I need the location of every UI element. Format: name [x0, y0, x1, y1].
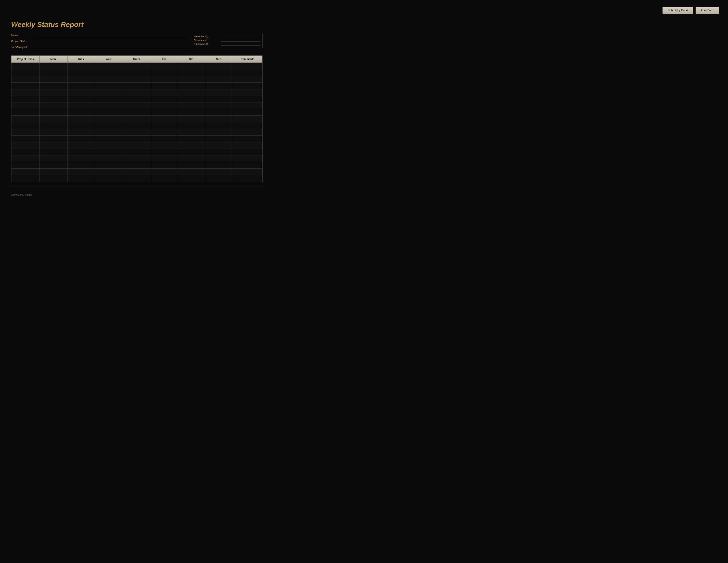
cell-input-r0-c1[interactable] — [41, 65, 66, 67]
cell-input-r7-c4[interactable] — [124, 111, 150, 114]
cell-input-r2-c5[interactable] — [152, 78, 177, 81]
cell-input-r15-c6[interactable] — [179, 164, 204, 167]
cell-input-r12-c1[interactable] — [41, 144, 66, 147]
cell-input-r15-c2[interactable] — [68, 164, 94, 167]
cell-input-r7-c3[interactable] — [96, 111, 122, 114]
cell-input-r3-c7[interactable] — [206, 85, 232, 87]
cell-input-r8-c4[interactable] — [124, 118, 150, 120]
cell-input-r13-c7[interactable] — [206, 151, 232, 153]
cell-input-r9-c3[interactable] — [96, 124, 122, 127]
cell-input-r2-c2[interactable] — [68, 78, 94, 81]
cell-input-r7-c7[interactable] — [206, 111, 232, 114]
cell-input-r13-c1[interactable] — [41, 151, 66, 153]
cell-input-r13-c2[interactable] — [68, 151, 94, 153]
cell-input-r14-c3[interactable] — [96, 157, 122, 160]
cell-input-r11-c1[interactable] — [41, 137, 66, 140]
cell-input-r1-c7[interactable] — [206, 71, 232, 74]
cell-input-r17-c4[interactable] — [124, 177, 150, 180]
cell-input-r4-c6[interactable] — [179, 91, 204, 94]
cell-input-r5-c4[interactable] — [124, 98, 150, 100]
cell-input-r15-c3[interactable] — [96, 164, 122, 167]
cell-input-r11-c7[interactable] — [206, 137, 232, 140]
cell-input-r8-c6[interactable] — [179, 118, 204, 120]
cell-input-r5-c0[interactable] — [12, 98, 39, 100]
cell-input-r9-c4[interactable] — [124, 124, 150, 127]
cell-input-r16-c2[interactable] — [68, 171, 94, 173]
cell-input-r16-c6[interactable] — [179, 171, 204, 173]
cell-input-r1-c8[interactable] — [234, 71, 261, 74]
cell-input-r5-c3[interactable] — [96, 98, 122, 100]
cell-input-r1-c1[interactable] — [41, 71, 66, 74]
cell-input-r16-c1[interactable] — [41, 171, 66, 173]
cell-input-r0-c2[interactable] — [68, 65, 94, 67]
cell-input-r10-c1[interactable] — [41, 131, 66, 133]
cell-input-r12-c0[interactable] — [12, 144, 39, 147]
cell-input-r11-c8[interactable] — [234, 137, 261, 140]
cell-input-r16-c4[interactable] — [124, 171, 150, 173]
cell-input-r15-c5[interactable] — [152, 164, 177, 167]
cell-input-r15-c1[interactable] — [41, 164, 66, 167]
cell-input-r11-c0[interactable] — [12, 137, 39, 140]
cell-input-r7-c8[interactable] — [234, 111, 261, 114]
cell-input-r6-c1[interactable] — [41, 104, 66, 107]
cell-input-r11-c5[interactable] — [152, 137, 177, 140]
cell-input-r8-c5[interactable] — [152, 118, 177, 120]
cell-input-r5-c8[interactable] — [234, 98, 261, 100]
cell-input-r13-c0[interactable] — [12, 151, 39, 153]
cell-input-r10-c8[interactable] — [234, 131, 261, 133]
cell-input-r9-c1[interactable] — [41, 124, 66, 127]
project-status-input[interactable] — [33, 39, 188, 43]
cell-input-r9-c7[interactable] — [206, 124, 232, 127]
cell-input-r2-c1[interactable] — [41, 78, 66, 81]
cell-input-r11-c4[interactable] — [124, 137, 150, 140]
cell-input-r3-c4[interactable] — [124, 85, 150, 87]
cell-input-r17-c2[interactable] — [68, 177, 94, 180]
cell-input-r15-c7[interactable] — [206, 164, 232, 167]
name-input[interactable] — [33, 33, 188, 37]
cell-input-r10-c0[interactable] — [12, 131, 39, 133]
cell-input-r16-c0[interactable] — [12, 171, 39, 173]
cell-input-r15-c8[interactable] — [234, 164, 261, 167]
cell-input-r11-c6[interactable] — [179, 137, 204, 140]
cell-input-r6-c2[interactable] — [68, 104, 94, 107]
cell-input-r4-c2[interactable] — [68, 91, 94, 94]
cell-input-r14-c5[interactable] — [152, 157, 177, 160]
cell-input-r6-c6[interactable] — [179, 104, 204, 107]
print-form-button[interactable]: Print Form — [696, 7, 719, 14]
cell-input-r4-c1[interactable] — [41, 91, 66, 94]
cell-input-r7-c1[interactable] — [41, 111, 66, 114]
cell-input-r16-c8[interactable] — [234, 171, 261, 173]
cell-input-r1-c0[interactable] — [12, 71, 39, 74]
cell-input-r14-c7[interactable] — [206, 157, 232, 160]
cell-input-r3-c2[interactable] — [68, 85, 94, 87]
cell-input-r2-c6[interactable] — [179, 78, 204, 81]
cell-input-r2-c4[interactable] — [124, 78, 150, 81]
cell-input-r8-c8[interactable] — [234, 118, 261, 120]
cell-input-r10-c6[interactable] — [179, 131, 204, 133]
cell-input-r17-c3[interactable] — [96, 177, 122, 180]
cell-input-r5-c7[interactable] — [206, 98, 232, 100]
week-ending-input[interactable] — [221, 35, 261, 38]
employee-id-input[interactable] — [221, 43, 261, 45]
cell-input-r6-c4[interactable] — [124, 104, 150, 107]
cell-input-r5-c5[interactable] — [152, 98, 177, 100]
to-manager-input[interactable] — [33, 45, 188, 49]
cell-input-r17-c8[interactable] — [234, 177, 261, 180]
cell-input-r8-c0[interactable] — [12, 118, 39, 120]
cell-input-r3-c0[interactable] — [12, 85, 39, 87]
cell-input-r12-c6[interactable] — [179, 144, 204, 147]
cell-input-r6-c3[interactable] — [96, 104, 122, 107]
cell-input-r13-c6[interactable] — [179, 151, 204, 153]
cell-input-r8-c2[interactable] — [68, 118, 94, 120]
cell-input-r14-c1[interactable] — [41, 157, 66, 160]
cell-input-r4-c8[interactable] — [234, 91, 261, 94]
cell-input-r4-c5[interactable] — [152, 91, 177, 94]
cell-input-r1-c5[interactable] — [152, 71, 177, 74]
cell-input-r14-c2[interactable] — [68, 157, 94, 160]
cell-input-r17-c7[interactable] — [206, 177, 232, 180]
cell-input-r2-c0[interactable] — [12, 78, 39, 81]
cell-input-r14-c4[interactable] — [124, 157, 150, 160]
cell-input-r9-c8[interactable] — [234, 124, 261, 127]
cell-input-r4-c3[interactable] — [96, 91, 122, 94]
cell-input-r0-c8[interactable] — [234, 65, 261, 67]
